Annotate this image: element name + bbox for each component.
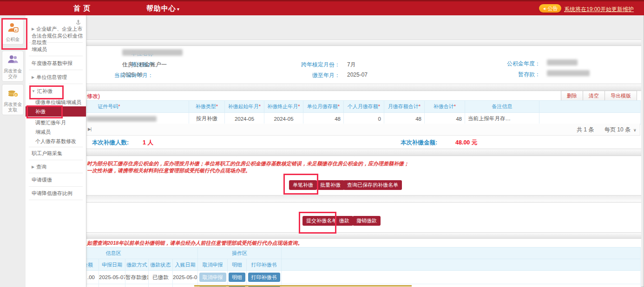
notice-line-2: 一次性补缴，请携带相关材料到任意管理部或受托银行代办点现场办理。 [87,167,250,174]
menu-item-personal-base-modify[interactable]: 个人缴存基数修改 [26,138,86,144]
pay-button[interactable]: 缴款 [335,216,353,226]
col-monthly-total: 月缴存额合计* [384,101,425,113]
col-cancel-declare: 取消申报 [198,259,228,271]
field-label-cross-year-month: 跨年核定月份： [280,61,340,69]
menu-divider [29,186,83,187]
app-window: 单位名称 单位账户 住房公积金账户一 当前编辑年月： 2025-09 跨年核定月… [0,0,644,287]
company-account-value: 住房公积金账户一 [122,61,167,69]
col-supplement-type: 补缴类型* [189,101,225,113]
cell-remark: 当前上报年月存… [465,113,539,125]
col-pay-status: 缴款状态 [149,259,173,271]
pager-total: 共 1 条 [577,126,594,134]
table-header-row: 证件号码* 补缴类型* 补缴起始年月* 补缴终止年月* 单位月缴存额* 个人月缴… [29,101,641,113]
menu-divider [29,173,83,173]
people-icon [7,53,19,65]
menu-item-apply-lower-ratio[interactable]: 申请降低缴存比例 [26,190,86,196]
col-end-month: 补缴终止年月* [264,101,303,113]
cell-total: 48 [425,113,465,125]
col-empty [539,101,641,113]
col-pay-method: 缴款方式 [125,259,149,271]
person-edit-icon [7,22,19,34]
payment-history-table: 信息区 操作区 金额 申报日期 缴款方式 缴款状态 入账日期 取消申报 明细 打… [29,247,641,287]
section-divider [28,195,641,202]
menu-item-adjust-remit-month[interactable]: 调整汇缴年月 [26,119,86,126]
col-unit-monthly: 单位月缴存额* [303,101,344,113]
col-personal-monthly: 个人月缴存额* [344,101,384,113]
print-certificate-button[interactable]: 打印补缴书 [248,273,280,282]
nav-home[interactable]: 首 页 [73,4,91,13]
edit-hint-note: 修改) [87,92,100,100]
cell-declare-date: 2025-05-07 [99,271,125,284]
nav-help-center[interactable]: 帮助中心▾ [146,4,180,13]
menu-item-remit-supplement[interactable]: ▼汇补缴 [26,88,86,95]
menu-item-staff-household-collect[interactable]: 职工户籍采集 [26,150,86,157]
menu-item-query[interactable]: ▶查询 [26,163,86,170]
batch-supplement-button[interactable]: 批量补缴 [316,180,344,190]
module-fund[interactable]: 公积金 [2,19,24,45]
single-supplement-button[interactable]: 单笔补缴 [289,180,317,190]
cell-declare-date: 2025-03-14 [99,284,125,287]
cancel-payment-button[interactable]: 撤销缴款 [353,216,381,226]
announcement-badge[interactable]: 公告 [539,4,561,13]
col-empty [282,259,641,271]
page-size-select[interactable]: 每页 10 条∨ [605,126,637,134]
operation-group-header: 操作区 [198,248,282,259]
menu-divider [29,42,83,43]
arrow-right-icon: ▶ [32,165,34,169]
module-housing-deposit[interactable]: 房改资金交存 [2,51,24,82]
cell-empty [539,113,641,125]
arrow-right-icon: ▶ [32,75,34,79]
menu-item-apply-deferral[interactable]: 申请缓缴 [26,176,86,183]
field-label-fund-year: 公积金年度： [483,60,540,68]
chevron-down-icon: ∨ [633,128,637,132]
coins-icon: ¥ [7,87,19,99]
speaker-icon [543,7,547,11]
pagination-bar: ▶| 共 1 条 每页 10 条∨ [29,124,640,136]
col-print: 打印补缴书 [247,259,282,271]
menu-divider [29,200,83,200]
module-label: 房改资金支取 [3,102,23,113]
detail-button[interactable]: 明细 [229,273,245,282]
table-row[interactable]: 按月补缴 2024-05 2024-05 48 0 48 48 当前上报年月存… [29,113,641,125]
cell-start: 2024-05 [225,113,264,125]
main-content: 单位名称 单位账户 住房公积金账户一 当前编辑年月： 2025-09 跨年核定月… [26,15,644,287]
module-housing-withdraw[interactable]: ¥ 房改资金支取 [2,84,24,115]
cell-pay-method: 暂存款缴款 [125,271,149,284]
notice-line-1: 时为部分职工缴存住房公积金的，应办理按月补缴；单位将职工的住房公积金缴存基数核定… [87,160,409,167]
submit-supplement-list-button[interactable]: 提交补缴名单 [302,216,341,226]
cell-end: 2024-05 [264,113,303,125]
cell-pay-status: 已缴款 [149,271,173,284]
supplement-count-value: 1 人 [143,139,153,147]
cell-pay-status: 已缴款 [149,284,173,287]
col-entry-date: 入账日期 [173,259,198,271]
masked-fund-year-value [547,59,578,65]
menu-item-company-info[interactable]: ▶单位信息管理 [26,74,86,81]
supplement-list-table: 证件号码* 补缴类型* 补缴起始年月* 补缴终止年月* 单位月缴存额* 个人月缴… [29,100,641,125]
cell-unit: 48 [303,113,344,125]
masked-deposit-value [547,70,590,76]
menu-item-supplement[interactable]: 补缴 [26,106,86,117]
module-label: 房改资金交存 [3,68,23,79]
history-header-row: 金额 申报日期 缴款方式 缴款状态 入账日期 取消申报 明细 打印补缴书 [29,259,641,271]
col-start-month: 补缴起始年月* [225,101,264,113]
menu-divider [29,70,83,70]
menu-item-deferred-edit-staff[interactable]: 缓缴单位编辑增减员 [26,99,86,105]
cross-year-month-value: 7月 [347,61,356,69]
pager-last-icon[interactable]: ▶| [88,127,91,131]
menu-item-add-remove-staff[interactable]: 增减员 [26,46,86,52]
menu-item-annual-base-declare[interactable]: 年度缴存基数申报 [26,60,86,66]
col-supplement-total: 补缴合计* [425,101,465,113]
menu-divider [29,84,83,84]
empty-group-header [282,248,641,259]
paid-through-month-value: 2025-07 [347,72,368,78]
menu-divider [29,147,83,147]
menu-item-add-remove-staff-2[interactable]: 增减员 [26,129,86,135]
menu-divider [29,160,83,160]
supplement-amount-label: 本次补缴金额: [401,139,437,147]
field-label-paid-through-month: 缴至年月： [280,72,340,79]
section-divider [28,39,641,46]
cell-pay-method: 暂存款缴款 [125,284,149,287]
query-saved-list-button[interactable]: 查询已保存的补缴名单 [343,180,402,190]
bottom-gold-line [194,285,412,287]
maintenance-notice-link[interactable]: 系统将在19:00开始更新维护 [564,6,634,13]
